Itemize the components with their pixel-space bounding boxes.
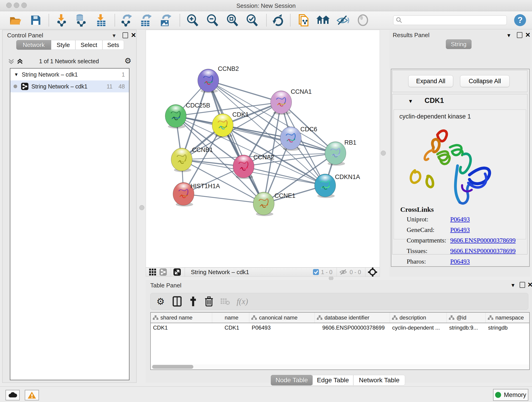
column-header[interactable]: namespace	[486, 313, 529, 323]
network-edge[interactable]	[208, 80, 281, 102]
open-session-button[interactable]	[8, 13, 23, 27]
gene-collapse-icon[interactable]: ▼	[408, 98, 413, 104]
tab-sets[interactable]: Sets	[102, 40, 124, 50]
memory-button[interactable]: Memory	[493, 389, 528, 401]
save-session-button[interactable]	[28, 13, 43, 27]
table-horizontal-scrollbar[interactable]	[151, 364, 529, 370]
zoom-fit-button[interactable]	[225, 13, 240, 27]
refresh-button[interactable]	[271, 13, 285, 27]
crosslink-pharos-link[interactable]: P06493	[450, 258, 470, 265]
export-table-button[interactable]	[138, 13, 153, 27]
detach-view-icon[interactable]	[173, 268, 181, 276]
search-input[interactable]	[403, 17, 502, 24]
node-table[interactable]: shared name name canonical name database…	[150, 312, 530, 370]
import-network-file-button[interactable]	[55, 13, 69, 27]
column-header[interactable]: canonical name	[249, 313, 315, 323]
crosslink-tissues-link[interactable]: 9606.ENSP00000378699	[450, 247, 515, 255]
copy-style-button[interactable]	[296, 13, 311, 27]
create-column-plus-icon[interactable]	[189, 296, 198, 307]
network-node-ccnb2[interactable]: CCNB2	[198, 65, 239, 93]
zoom-in-button[interactable]	[185, 13, 200, 27]
control-panel-float-icon[interactable]	[123, 32, 128, 38]
tab-network-table[interactable]: Network Table	[353, 375, 405, 385]
table-panel-float-icon[interactable]	[520, 282, 525, 288]
zoom-selected-button[interactable]	[245, 13, 259, 27]
crosslink-genecard-link[interactable]: P06493	[450, 226, 470, 234]
grid-view-icon[interactable]	[149, 268, 157, 276]
network-node-ccnb1[interactable]: CCNB1	[171, 147, 213, 172]
network-collection-row[interactable]: ▼ String Network – cdk1 1	[10, 69, 129, 80]
hidden-eye-slash-icon[interactable]	[339, 269, 348, 275]
birdseye-crosshair-icon[interactable]	[368, 267, 377, 277]
window-title: Session: New Session	[0, 2, 532, 9]
selected-counts: 1 - 0	[321, 269, 332, 275]
control-panel-menu-icon[interactable]: ▼	[112, 33, 117, 39]
column-header[interactable]: database identifier	[315, 313, 390, 323]
network-edge[interactable]	[184, 194, 264, 204]
delete-table-icon[interactable]	[220, 298, 230, 305]
hide-selected-button[interactable]	[336, 13, 350, 27]
cell-id[interactable]: stringdb:9...	[447, 323, 486, 332]
cloud-status-button[interactable]	[6, 390, 20, 400]
table-row[interactable]: CDK1 CDK1 P06493 9606.ENSP00000378699 cy…	[151, 323, 529, 332]
right-splitter-handle[interactable]	[381, 151, 386, 156]
cell-namespace[interactable]: stringdb	[486, 323, 529, 332]
table-panel-close-icon[interactable]: ✕	[527, 281, 532, 288]
string-home-button[interactable]	[316, 13, 330, 27]
cell-database-identifier[interactable]: 9606.ENSP00000378699	[315, 323, 390, 332]
toolbar-separator	[365, 268, 365, 276]
table-panel-menu-icon[interactable]: ▼	[510, 282, 515, 288]
crosslink-uniprot-link[interactable]: P06493	[450, 216, 470, 223]
delete-column-trash-icon[interactable]	[205, 296, 213, 307]
show-all-button[interactable]	[355, 13, 370, 27]
table-header-row: shared name name canonical name database…	[151, 313, 529, 323]
control-panel-close-icon[interactable]: ✕	[131, 32, 136, 39]
tab-edge-table[interactable]: Edge Table	[312, 375, 353, 385]
tab-network[interactable]: Network	[16, 40, 51, 50]
table-options-gear-icon[interactable]: ⚙	[157, 296, 165, 307]
results-panel-close-icon[interactable]: ✕	[525, 31, 530, 39]
cell-name[interactable]: CDK1	[212, 323, 249, 332]
function-builder-fx-icon[interactable]: f(x)	[237, 297, 248, 306]
tab-string[interactable]: String	[446, 39, 472, 49]
tab-style[interactable]: Style	[51, 40, 75, 50]
column-header[interactable]: description	[390, 313, 447, 323]
cell-shared-name[interactable]: CDK1	[151, 323, 212, 332]
selected-checkbox-icon[interactable]	[313, 269, 319, 275]
results-panel-float-icon[interactable]	[517, 32, 522, 38]
collection-expand-icon[interactable]: ▼	[14, 72, 19, 77]
expand-all-button[interactable]: Expand All	[408, 75, 453, 87]
tab-select[interactable]: Select	[75, 40, 102, 50]
export-image-button[interactable]	[158, 13, 173, 27]
network-view-canvas[interactable]: CCNB2CCNA1CDC25BCDK1CDC6RB1CCNB1CCNA2CDK…	[146, 30, 380, 268]
cell-description[interactable]: cyclin-dependent ...	[390, 323, 447, 332]
results-panel-menu-icon[interactable]: ▼	[506, 32, 511, 38]
tab-node-table[interactable]: Node Table	[271, 375, 312, 385]
collapse-all-networks-icon[interactable]	[8, 58, 15, 65]
collapse-all-button[interactable]: Collapse All	[460, 75, 510, 87]
warning-status-button[interactable]	[25, 390, 39, 400]
show-columns-icon[interactable]	[172, 296, 182, 307]
column-header[interactable]: name	[212, 313, 249, 323]
network-view-share-icon[interactable]	[159, 268, 167, 276]
column-header[interactable]: @id	[447, 313, 486, 323]
cloud-icon	[8, 392, 17, 398]
export-network-button[interactable]	[119, 13, 133, 27]
network-node-ccne1[interactable]: CCNE1	[253, 192, 296, 216]
scrollbar-thumb[interactable]	[152, 365, 193, 369]
zoom-out-button[interactable]	[205, 13, 220, 27]
network-node-hist1h1a[interactable]: HIST1H1A	[173, 182, 220, 206]
left-splitter-handle[interactable]	[139, 205, 144, 210]
network-row[interactable]: String Network – cdk1 11 48	[10, 80, 129, 92]
help-button[interactable]: ?	[513, 13, 527, 27]
search-field[interactable]	[393, 15, 507, 25]
network-options-gear-icon[interactable]: ⚙	[124, 56, 131, 65]
import-network-database-button[interactable]	[73, 13, 88, 27]
cell-canonical-name[interactable]: P06493	[249, 323, 315, 332]
column-header[interactable]: shared name	[151, 313, 212, 323]
import-table-button[interactable]	[94, 13, 109, 27]
crosslink-compartments-link[interactable]: 9606.ENSP00000378699	[450, 237, 515, 244]
expand-all-networks-icon[interactable]	[17, 58, 24, 65]
network-node-rb1[interactable]: RB1	[325, 139, 356, 166]
network-node-cdkn1a[interactable]: CDKN1A	[315, 173, 360, 198]
